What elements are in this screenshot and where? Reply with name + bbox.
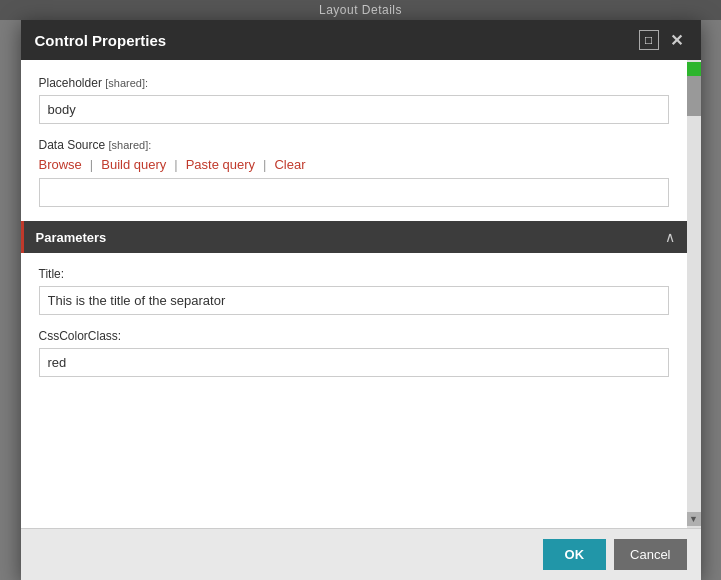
css-color-field-group: CssColorClass:	[39, 329, 669, 377]
maximize-button[interactable]: □	[639, 30, 659, 50]
css-color-input[interactable]	[39, 348, 669, 377]
modal-title: Control Properties	[35, 32, 167, 49]
cancel-button[interactable]: Cancel	[614, 539, 686, 570]
placeholder-field-group: Placeholder [shared]:	[39, 76, 669, 124]
background-bar: Layout Details	[0, 0, 721, 20]
header-controls: □ ✕	[639, 30, 687, 50]
title-label: Title:	[39, 267, 669, 281]
modal-body: Placeholder [shared]: Data Source [share…	[21, 60, 701, 528]
modal-header: Control Properties □ ✕	[21, 20, 701, 60]
datasource-field-group: Data Source [shared]: Browse | Build que…	[39, 138, 669, 207]
chevron-up-icon[interactable]: ∧	[665, 229, 675, 245]
placeholder-shared-tag: [shared]:	[105, 77, 148, 89]
parameters-section-header[interactable]: Parameters ∧	[21, 221, 687, 253]
title-input[interactable]	[39, 286, 669, 315]
modal-footer: OK Cancel	[21, 528, 701, 580]
ok-button[interactable]: OK	[543, 539, 607, 570]
placeholder-input[interactable]	[39, 95, 669, 124]
scrollbar-track[interactable]	[687, 76, 701, 512]
css-color-label: CssColorClass:	[39, 329, 669, 343]
close-button[interactable]: ✕	[667, 30, 687, 50]
datasource-input[interactable]	[39, 178, 669, 207]
sep3: |	[263, 157, 266, 172]
sep1: |	[90, 157, 93, 172]
scroll-down-arrow[interactable]: ▼	[687, 512, 701, 526]
datasource-shared-tag: [shared]:	[109, 139, 152, 151]
modal-dialog: Control Properties □ ✕ Placeholder [shar…	[21, 20, 701, 580]
background-bar-label: Layout Details	[319, 3, 402, 17]
datasource-links: Browse | Build query | Paste query | Cle…	[39, 157, 669, 172]
title-field-group: Title:	[39, 267, 669, 315]
sep2: |	[174, 157, 177, 172]
modal-overlay: Control Properties □ ✕ Placeholder [shar…	[0, 20, 721, 580]
browse-link[interactable]: Browse	[39, 157, 82, 172]
parameters-title: Parameters	[36, 230, 107, 245]
clear-link[interactable]: Clear	[274, 157, 305, 172]
dialog-wrapper: Layout Details Control Properties □ ✕	[0, 0, 721, 580]
placeholder-label: Placeholder [shared]:	[39, 76, 669, 90]
scrollbar-thumb[interactable]	[687, 76, 701, 116]
scroll-area: Placeholder [shared]: Data Source [share…	[21, 60, 687, 528]
scrollbar[interactable]: ▲ ▼	[687, 60, 701, 528]
paste-query-link[interactable]: Paste query	[186, 157, 255, 172]
build-query-link[interactable]: Build query	[101, 157, 166, 172]
datasource-label: Data Source [shared]:	[39, 138, 669, 152]
